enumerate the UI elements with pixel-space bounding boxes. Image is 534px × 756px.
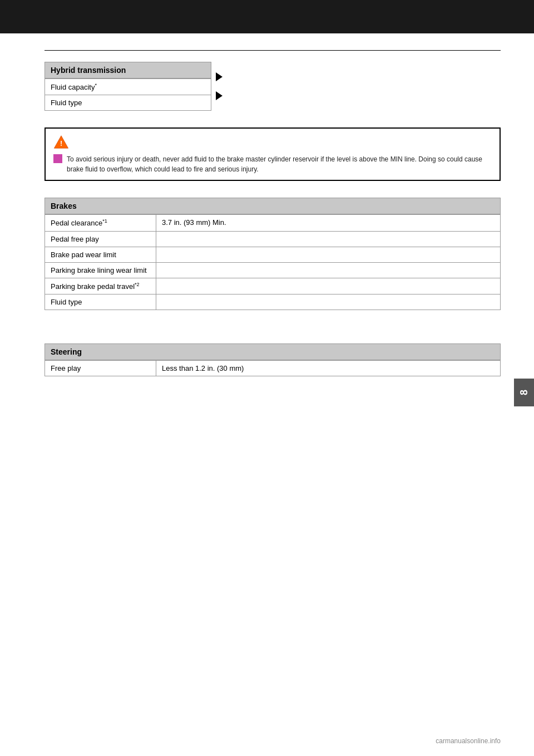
table-row: Pedal free play bbox=[45, 231, 501, 247]
table-row: Fluid capacity* bbox=[45, 79, 211, 95]
table-row: Parking brake pedal travel*2 bbox=[45, 278, 501, 294]
arrow-right-icon bbox=[216, 72, 222, 81]
hybrid-row-1-label: Fluid capacity* bbox=[45, 79, 211, 95]
brakes-row-5-label: Parking brake pedal travel*2 bbox=[45, 278, 156, 294]
page-container: 8 Hybrid transmission Fluid capacity* Fl… bbox=[0, 0, 534, 756]
brakes-row-3-value bbox=[156, 247, 501, 262]
brakes-row-4-value bbox=[156, 262, 501, 278]
watermark-text: carmanualsonline.info bbox=[436, 737, 501, 745]
bottom-watermark-area: carmanualsonline.info bbox=[436, 737, 501, 745]
arrow-right-icon-2 bbox=[216, 91, 222, 100]
table-row: Pedal clearance*1 3.7 in. (93 mm) Min. bbox=[45, 215, 501, 231]
table-row: Free play Less than 1.2 in. (30 mm) bbox=[45, 360, 501, 376]
table-row: Brake pad wear limit bbox=[45, 247, 501, 262]
steering-table: Free play Less than 1.2 in. (30 mm) bbox=[44, 360, 501, 376]
hybrid-table-container: Hybrid transmission Fluid capacity* Flui… bbox=[44, 62, 211, 111]
brakes-row-1-label: Pedal clearance*1 bbox=[45, 215, 156, 231]
brakes-section-title: Brakes bbox=[44, 198, 501, 214]
table-row: Parking brake lining wear limit bbox=[45, 262, 501, 278]
hybrid-row-2-label: Fluid type bbox=[45, 95, 211, 111]
brakes-table: Pedal clearance*1 3.7 in. (93 mm) Min. P… bbox=[44, 214, 501, 310]
brakes-row-1-value: 3.7 in. (93 mm) Min. bbox=[156, 215, 501, 231]
warning-box: ! To avoid serious injury or death, neve… bbox=[44, 127, 501, 181]
steering-section-title: Steering bbox=[44, 343, 501, 360]
brakes-row-3-label: Brake pad wear limit bbox=[45, 247, 156, 262]
hybrid-transmission-section: Hybrid transmission Fluid capacity* Flui… bbox=[44, 62, 501, 111]
brakes-row-2-value bbox=[156, 231, 501, 247]
hybrid-arrows bbox=[216, 62, 222, 111]
brakes-row-6-value bbox=[156, 294, 501, 310]
warning-bullet-icon bbox=[53, 154, 62, 163]
hybrid-section-title: Hybrid transmission bbox=[44, 62, 211, 78]
table-row: Fluid type bbox=[45, 95, 211, 111]
hybrid-inner-table: Fluid capacity* Fluid type bbox=[44, 78, 211, 111]
svg-text:!: ! bbox=[60, 140, 62, 148]
brakes-row-4-label: Parking brake lining wear limit bbox=[45, 262, 156, 278]
warning-triangle-icon: ! bbox=[53, 134, 69, 150]
table-row: Fluid type bbox=[45, 294, 501, 310]
brakes-row-5-value bbox=[156, 278, 501, 294]
warning-text-block: To avoid serious injury or death, never … bbox=[53, 154, 492, 174]
steering-section: Steering Free play Less than 1.2 in. (30… bbox=[44, 343, 501, 376]
steering-row-1-label: Free play bbox=[45, 360, 156, 376]
top-band bbox=[0, 0, 534, 33]
brakes-section: Brakes Pedal clearance*1 3.7 in. (93 mm)… bbox=[44, 198, 501, 310]
hybrid-section-layout: Hybrid transmission Fluid capacity* Flui… bbox=[44, 62, 501, 111]
warning-header: ! bbox=[53, 134, 492, 150]
steering-row-1-value: Less than 1.2 in. (30 mm) bbox=[156, 360, 501, 376]
warning-body-text: To avoid serious injury or death, never … bbox=[67, 154, 492, 174]
content-area: Hybrid transmission Fluid capacity* Flui… bbox=[0, 33, 534, 404]
top-rule bbox=[44, 50, 501, 51]
brakes-row-2-label: Pedal free play bbox=[45, 231, 156, 247]
brakes-row-6-label: Fluid type bbox=[45, 294, 156, 310]
